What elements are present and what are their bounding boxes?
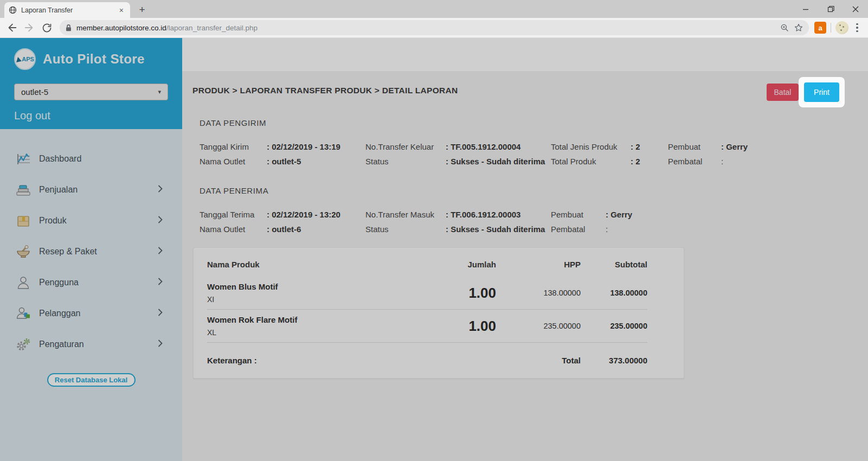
column-header-jumlah: Jumlah bbox=[420, 260, 496, 269]
qty-cell: 1.00 bbox=[420, 318, 496, 335]
window-restore-button[interactable] bbox=[818, 0, 843, 18]
sidebar-item-label: Produk bbox=[39, 216, 150, 226]
back-button[interactable] bbox=[4, 20, 20, 35]
gears-icon bbox=[15, 336, 31, 353]
url-bar[interactable]: member.autopilotstore.co.id/laporan_tran… bbox=[60, 20, 809, 35]
field-value: : outlet-6 bbox=[267, 222, 365, 236]
sidebar-item-produk[interactable]: Produk bbox=[0, 205, 182, 236]
sidebar-item-label: Pelanggan bbox=[39, 309, 150, 318]
reload-button[interactable] bbox=[39, 20, 54, 35]
sidebar-header: APS Auto Pilot Store outlet-5 ▾ Log out bbox=[0, 38, 182, 129]
main-content: PRODUK > LAPORAN TRANSFER PRODUK > DETAI… bbox=[182, 38, 868, 461]
print-highlight-box: Print bbox=[799, 77, 845, 107]
field-label: Nama Outlet bbox=[200, 154, 267, 169]
sidebar-item-label: Penjualan bbox=[39, 185, 150, 195]
profile-avatar[interactable] bbox=[835, 21, 848, 34]
field-value: : bbox=[721, 154, 868, 169]
sidebar-item-pengguna[interactable]: Pengguna bbox=[0, 267, 182, 298]
url-text: member.autopilotstore.co.id/laporan_tran… bbox=[76, 24, 775, 32]
browser-tab[interactable]: Laporan Transfer × bbox=[4, 2, 130, 18]
outlet-select[interactable]: outlet-5 ▾ bbox=[14, 84, 168, 100]
url-domain: member.autopilotstore.co.id bbox=[76, 24, 166, 32]
field-value: : Sukses - Sudah diterima bbox=[446, 154, 551, 169]
column-header-subtotal: Subtotal bbox=[581, 260, 647, 269]
field-value: : bbox=[606, 222, 868, 236]
hpp-cell: 235.00000 bbox=[496, 322, 581, 330]
sender-section-title: DATA PENGIRIM bbox=[200, 118, 868, 127]
globe-favicon-icon bbox=[9, 6, 17, 14]
sidebar-item-penjualan[interactable]: Penjualan bbox=[0, 174, 182, 205]
product-cell: Women Rok Flare Motif XL bbox=[207, 315, 420, 337]
field-label: Pembatal bbox=[668, 154, 721, 169]
sidebar-menu: Dashboard Penjualan Produk Re bbox=[0, 129, 182, 360]
tab-close-icon[interactable]: × bbox=[117, 6, 126, 15]
qty-cell: 1.00 bbox=[420, 285, 496, 302]
print-button[interactable]: Print bbox=[804, 82, 839, 102]
chevron-right-icon bbox=[158, 246, 163, 257]
bookmark-star-icon[interactable] bbox=[794, 23, 803, 33]
product-variant: XL bbox=[207, 328, 420, 337]
field-label: Nama Outlet bbox=[200, 222, 267, 236]
chevron-right-icon bbox=[158, 184, 163, 195]
window-close-button[interactable] bbox=[843, 0, 868, 18]
total-label: Total bbox=[496, 356, 581, 365]
product-box-icon bbox=[15, 213, 31, 229]
extension-shopping-icon[interactable]: a bbox=[814, 22, 826, 34]
field-label: Pembuat bbox=[551, 207, 606, 222]
field-label: Tanggal Kirim bbox=[200, 139, 267, 154]
sidebar-item-label: Pengaturan bbox=[39, 340, 150, 349]
sidebar-item-resep-paket[interactable]: Resep & Paket bbox=[0, 236, 182, 267]
sidebar-item-pelanggan[interactable]: Pelanggan bbox=[0, 298, 182, 329]
field-label: Status bbox=[365, 222, 446, 236]
tab-title: Laporan Transfer bbox=[21, 7, 113, 14]
field-value: : Sukses - Sudah diterima bbox=[446, 222, 551, 236]
dashboard-chart-icon bbox=[15, 151, 31, 167]
field-value: : outlet-5 bbox=[267, 154, 365, 169]
product-variant: XI bbox=[207, 295, 420, 304]
product-name: Women Rok Flare Motif bbox=[207, 315, 420, 324]
aps-logo: APS bbox=[14, 48, 36, 70]
forward-button[interactable] bbox=[22, 20, 37, 35]
subtotal-cell: 235.00000 bbox=[581, 322, 647, 330]
sidebar-item-pengaturan[interactable]: Pengaturan bbox=[0, 329, 182, 360]
product-name: Women Blus Motif bbox=[207, 282, 420, 291]
field-label: Total Jenis Produk bbox=[551, 139, 631, 154]
reset-database-button[interactable]: Reset Database Lokal bbox=[47, 373, 136, 387]
browser-menu-icon[interactable] bbox=[851, 23, 864, 33]
field-label: No.Transfer Keluar bbox=[365, 139, 446, 154]
field-value: : TF.005.1912.00004 bbox=[446, 139, 551, 154]
field-value: : Gerry bbox=[606, 207, 868, 222]
sidebar-item-label: Pengguna bbox=[39, 278, 150, 287]
browser-titlebar: Laporan Transfer × + bbox=[0, 0, 868, 18]
subtotal-cell: 138.00000 bbox=[581, 289, 647, 297]
total-value: 373.00000 bbox=[581, 356, 647, 365]
customer-icon bbox=[15, 305, 31, 322]
field-value: : Gerry bbox=[721, 139, 868, 154]
chevron-right-icon bbox=[158, 277, 163, 288]
table-footer-row: Keterangan : Total 373.00000 bbox=[207, 356, 647, 365]
chevron-right-icon bbox=[158, 215, 163, 226]
field-label: No.Transfer Masuk bbox=[365, 207, 446, 222]
field-value: : 2 bbox=[631, 154, 668, 169]
chevron-right-icon bbox=[158, 339, 163, 350]
window-minimize-button[interactable] bbox=[793, 0, 818, 18]
sidebar: APS Auto Pilot Store outlet-5 ▾ Log out … bbox=[0, 38, 182, 461]
hpp-cell: 138.00000 bbox=[496, 289, 581, 297]
column-header-nama-produk: Nama Produk bbox=[207, 260, 420, 269]
mortar-pestle-icon bbox=[15, 244, 31, 260]
sidebar-item-dashboard[interactable]: Dashboard bbox=[0, 143, 182, 174]
logout-link[interactable]: Log out bbox=[14, 110, 50, 122]
table-row: Women Blus Motif XI 1.00 138.00000 138.0… bbox=[207, 277, 647, 310]
batal-button[interactable]: Batal bbox=[767, 84, 799, 101]
zoom-icon[interactable] bbox=[780, 23, 789, 33]
receiver-fields: Tanggal Terima : 02/12/2019 - 13:20 No.T… bbox=[200, 207, 868, 236]
new-tab-button[interactable]: + bbox=[134, 2, 150, 17]
field-value: : TF.006.1912.00003 bbox=[446, 207, 551, 222]
column-header-hpp: HPP bbox=[496, 260, 581, 269]
field-value: : 02/12/2019 - 13:20 bbox=[267, 207, 365, 222]
product-cell: Women Blus Motif XI bbox=[207, 282, 420, 304]
keterangan-label: Keterangan : bbox=[207, 356, 420, 365]
field-label: Tanggal Terima bbox=[200, 207, 267, 222]
field-label: Total Produk bbox=[551, 154, 631, 169]
field-label: Status bbox=[365, 154, 446, 169]
